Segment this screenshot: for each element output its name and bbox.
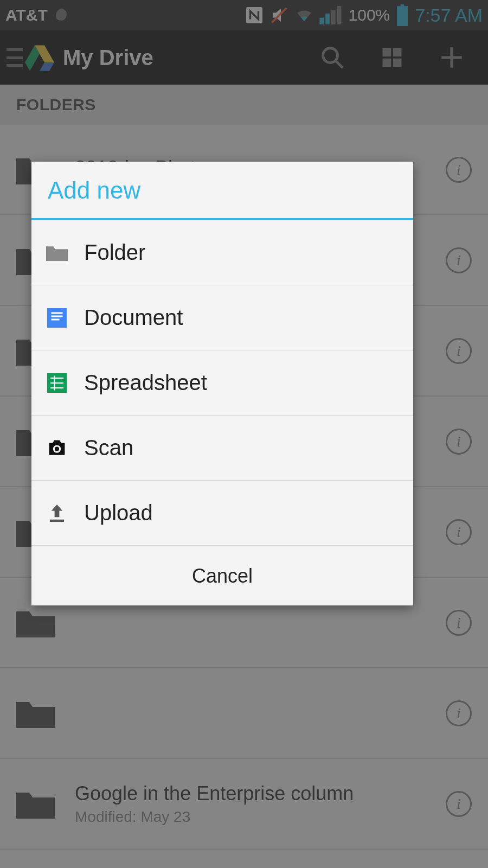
dialog-item-document[interactable]: Document	[31, 285, 413, 350]
dialog-item-label: Document	[84, 305, 183, 330]
dialog-item-label: Upload	[84, 501, 153, 525]
svg-rect-19	[47, 308, 67, 328]
folder-icon	[44, 240, 69, 265]
dialog-item-label: Scan	[84, 436, 133, 460]
dialog-title: Add new	[31, 162, 413, 220]
add-new-dialog: Add new Folder Document Spreadsheet Scan…	[31, 162, 413, 605]
document-icon	[44, 305, 69, 330]
svg-rect-20	[51, 312, 62, 314]
svg-rect-22	[51, 318, 59, 320]
dialog-item-folder[interactable]: Folder	[31, 220, 413, 285]
dialog-item-spreadsheet[interactable]: Spreadsheet	[31, 350, 413, 416]
cancel-button[interactable]: Cancel	[31, 546, 413, 605]
dialog-item-scan[interactable]: Scan	[31, 416, 413, 481]
svg-point-29	[55, 446, 59, 451]
svg-rect-21	[51, 315, 62, 317]
dialog-item-upload[interactable]: Upload	[31, 481, 413, 546]
spreadsheet-icon	[44, 371, 69, 395]
upload-icon	[44, 501, 69, 525]
camera-icon	[44, 436, 69, 460]
svg-rect-30	[49, 519, 63, 521]
dialog-item-label: Folder	[84, 240, 145, 265]
cancel-label: Cancel	[192, 565, 253, 588]
dialog-item-label: Spreadsheet	[84, 371, 207, 395]
